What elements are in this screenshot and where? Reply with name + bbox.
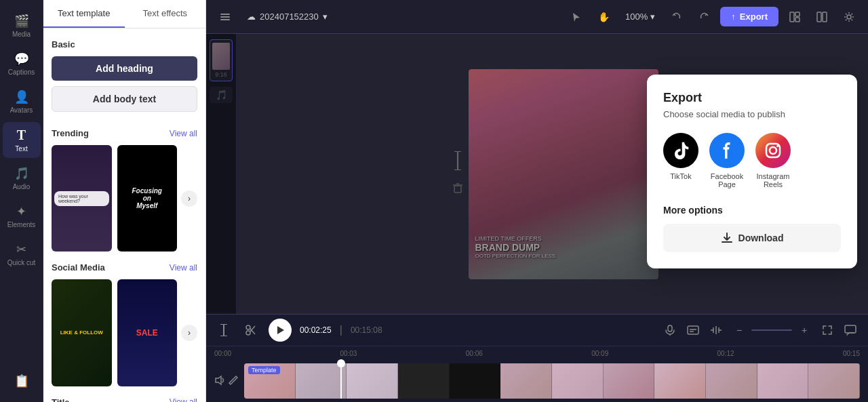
playhead[interactable] [340, 363, 342, 399]
title-section-header: Title View all [52, 397, 197, 402]
svg-rect-2 [220, 19, 230, 20]
total-time: 00:15:08 [351, 325, 382, 335]
film-frame-5 [450, 363, 501, 399]
split-view-button[interactable] [811, 6, 833, 28]
ruler-mark-0: 00:00 [214, 350, 231, 357]
download-button[interactable]: Download [663, 224, 841, 252]
play-button[interactable] [269, 319, 292, 342]
comment-icon [844, 325, 856, 336]
plus-icon: + [802, 325, 807, 336]
social-option-facebook[interactable]: FacebookPage [709, 133, 745, 188]
add-body-text-button[interactable]: Add body text [52, 86, 197, 112]
cursor-tool-timeline[interactable] [214, 321, 233, 340]
zoom-out-button[interactable]: − [730, 321, 749, 340]
zoom-in-button[interactable]: + [795, 321, 814, 340]
instagram-circle [755, 133, 791, 168]
social-view-all[interactable]: View all [170, 263, 197, 273]
svg-point-16 [770, 147, 776, 154]
quickcut-icon: ✂ [16, 242, 26, 257]
sidebar-item-quickcut[interactable]: ✂ Quick cut [3, 237, 41, 272]
hand-tool-button[interactable]: ✋ [593, 6, 614, 28]
track-clip[interactable]: Template [244, 363, 860, 399]
like-follow-text: LIKE & FOLLOW [60, 329, 103, 336]
fullscreen-icon [822, 325, 833, 336]
social-scroll-right[interactable]: › [181, 325, 197, 341]
add-heading-button[interactable]: Add heading [52, 56, 197, 81]
svg-rect-27 [668, 325, 672, 331]
volume-button[interactable] [214, 375, 225, 388]
list-item[interactable]: SALE [117, 279, 178, 386]
zoom-slider-track[interactable] [751, 329, 792, 331]
export-button[interactable]: ↑ Export [720, 7, 778, 26]
title-view-all[interactable]: View all [170, 397, 197, 402]
edit-button[interactable] [228, 375, 239, 388]
toolbar-right: ↑ Export [720, 6, 860, 28]
sidebar-item-subtitles[interactable]: 📋 [3, 368, 41, 394]
track-main[interactable]: Template [244, 363, 860, 399]
modal-overlay: Export Choose social media to publish Ti… [206, 34, 868, 314]
trending-view-all[interactable]: View all [170, 129, 197, 138]
edit-icon [228, 375, 239, 386]
export-label: Export [740, 12, 768, 22]
redo-button[interactable] [693, 6, 715, 28]
microphone-button[interactable] [660, 321, 679, 340]
menu-button[interactable] [214, 6, 236, 28]
upload-icon: ↑ [731, 12, 736, 22]
svg-rect-1 [220, 16, 230, 18]
svg-rect-4 [795, 12, 800, 16]
split-audio-icon [710, 325, 722, 336]
tiktok-label: TikTok [670, 172, 691, 180]
gear-icon [843, 11, 855, 23]
facebook-circle [709, 133, 745, 168]
tab-text-template[interactable]: Text template [43, 0, 125, 28]
comment-button[interactable] [841, 321, 860, 340]
captions-icon [687, 325, 699, 336]
instagram-label: InstagramReels [757, 172, 790, 188]
fullscreen-button[interactable] [818, 321, 837, 340]
sidebar-item-media[interactable]: 🎬 Media [3, 8, 41, 43]
svg-rect-5 [795, 18, 800, 22]
subtitles-icon: 📋 [14, 374, 29, 388]
social-option-instagram[interactable]: InstagramReels [755, 133, 791, 188]
trending-scroll-right[interactable]: › [181, 190, 197, 207]
tab-text-effects[interactable]: Text effects [125, 0, 206, 28]
svg-rect-6 [817, 12, 821, 22]
social-cards-pair: LIKE & FOLLOW SALE [52, 279, 177, 386]
trending-cards: How was your weekend? FocusingonMyself › [52, 145, 197, 252]
film-frame-9 [654, 363, 706, 399]
tabs-header: Text template Text effects [43, 0, 205, 28]
svg-rect-0 [220, 14, 230, 15]
project-name-button[interactable]: ☁ 202407152230 ▾ [241, 9, 333, 24]
sidebar-item-text[interactable]: T Text [3, 122, 41, 158]
text-cursor-icon [219, 324, 229, 336]
export-modal-subtitle: Choose social media to publish [663, 109, 841, 119]
toolbar-left: ☁ 202407152230 ▾ [214, 6, 560, 28]
canvas-area: 9:16 🎵 [206, 34, 868, 314]
list-item[interactable]: LIKE & FOLLOW [52, 279, 112, 386]
captions-tool-button[interactable] [684, 321, 703, 340]
layout-button[interactable] [784, 6, 806, 28]
ruler-mark-2: 00:06 [466, 350, 483, 357]
settings-button[interactable] [838, 6, 860, 28]
timeline-ruler: 00:00 00:03 00:06 00:09 00:12 00:15 [206, 346, 868, 360]
split-audio-button[interactable] [707, 321, 726, 340]
svg-marker-33 [216, 376, 221, 384]
instagram-logo-icon [764, 141, 783, 160]
list-item[interactable]: How was your weekend? [52, 145, 112, 252]
sidebar-item-avatars[interactable]: 👤 Avatars [3, 84, 41, 119]
list-item[interactable]: FocusingonMyself [117, 145, 178, 252]
trending-cards-pair: How was your weekend? FocusingonMyself [52, 145, 177, 252]
zoom-button[interactable]: 100% ▾ [620, 9, 660, 24]
select-tool-button[interactable] [566, 6, 587, 28]
svg-rect-29 [688, 326, 698, 334]
facebook-logo-icon [717, 141, 736, 160]
sidebar-item-elements[interactable]: ✦ Elements [3, 199, 41, 234]
social-option-tiktok[interactable]: TikTok [663, 133, 698, 188]
film-frame-6 [500, 363, 552, 399]
trending-section-header: Trending View all [52, 128, 197, 138]
cut-tool[interactable] [241, 321, 260, 340]
sidebar-item-audio[interactable]: 🎵 Audio [3, 161, 41, 196]
film-frame-7 [552, 363, 604, 399]
undo-button[interactable] [666, 6, 688, 28]
sidebar-item-captions[interactable]: 💬 Captions [3, 46, 41, 81]
